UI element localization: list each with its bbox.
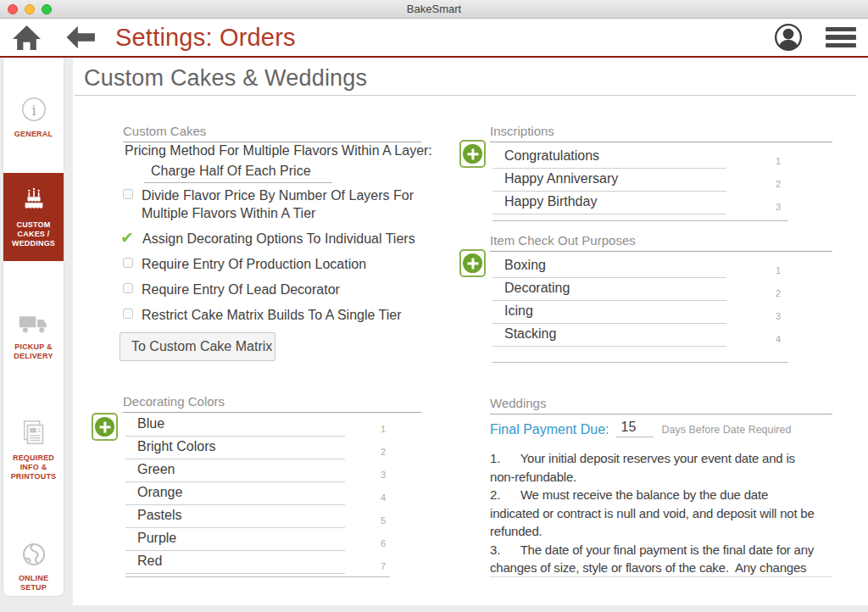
sidebar-item-pickup-delivery[interactable]: PICKUP & DELIVERY <box>3 305 64 370</box>
list-item-number: 2 <box>776 179 781 189</box>
list-end-divider <box>492 220 788 221</box>
app-header: Settings: Orders <box>0 19 868 58</box>
truck-icon <box>18 314 49 337</box>
back-button[interactable] <box>64 23 97 52</box>
wedding-terms-textarea[interactable]: 1. Your initial deposit reserves your ev… <box>490 449 866 577</box>
plus-icon <box>463 144 482 164</box>
sidebar-item-label: ONLINE SETUP <box>5 574 62 593</box>
list-item-text[interactable]: Red <box>137 554 162 569</box>
terms-line: refunded. <box>490 522 866 541</box>
list-item-text[interactable]: Happy Birthday <box>504 194 597 209</box>
list-item[interactable]: Icing3 <box>492 301 788 324</box>
sidebar-item-required-info-printouts[interactable]: REQUIRED INFO & PRINTOUTS <box>3 410 64 490</box>
sidebar-item-label: REQUIRED INFO & PRINTOUTS <box>5 453 62 481</box>
list-item-text[interactable]: Decorating <box>504 281 570 296</box>
profile-button[interactable] <box>773 22 804 53</box>
user-icon <box>773 22 804 53</box>
checkbox-unchecked[interactable] <box>123 258 133 268</box>
hamburger-bar <box>826 35 856 40</box>
list-item[interactable]: Pastels5 <box>125 505 390 528</box>
list-item-number: 1 <box>381 424 386 434</box>
add-decorating-color-button[interactable] <box>92 413 118 441</box>
list-item-text[interactable]: Orange <box>137 485 182 500</box>
option-label: Assign Decorating Options To Individual … <box>142 230 415 248</box>
list-item-text[interactable]: Purple <box>137 531 176 546</box>
terms-divider <box>490 576 832 577</box>
list-item-text[interactable]: Pastels <box>137 508 181 523</box>
list-item[interactable]: Purple6 <box>125 528 390 551</box>
list-item[interactable]: Boxing1 <box>492 255 788 278</box>
list-item-number: 7 <box>381 561 386 571</box>
final-payment-suffix: Days Before Date Required <box>662 424 792 437</box>
sidebar-item-custom-cakes-weddings[interactable]: CUSTOM CAKES / WEDDINGS <box>3 173 64 261</box>
app-window: BakeSmart Settings: Orders <box>0 0 868 612</box>
list-item-text[interactable]: Congratulations <box>504 148 599 164</box>
plus-icon <box>95 417 114 437</box>
sidebar-item-label: PICKUP & DELIVERY <box>5 342 62 361</box>
sidebar-item-general[interactable]: i GENERAL <box>3 86 64 147</box>
list-item[interactable]: Congratulations1 <box>492 146 788 169</box>
printouts-icon <box>19 419 48 448</box>
list-item-number: 4 <box>381 492 386 503</box>
item-check-out-section-header: Item Check Out Purposes <box>490 233 832 252</box>
list-item-number: 5 <box>381 515 386 526</box>
back-arrow-icon <box>65 25 96 49</box>
option-row[interactable]: Restrict Cake Matrix Builds To A Single … <box>123 306 415 324</box>
list-item[interactable]: Blue1 <box>125 414 390 437</box>
option-row-checked[interactable]: ✔Assign Decorating Options To Individual… <box>123 230 415 248</box>
svg-text:i: i <box>31 103 36 119</box>
content-area: i GENERAL CUSTOM CAKES / W <box>0 58 868 611</box>
list-item[interactable]: Happy Birthday3 <box>492 192 788 214</box>
list-item-number: 2 <box>381 447 386 457</box>
hamburger-menu-button[interactable] <box>826 27 856 48</box>
list-end-divider <box>125 576 390 577</box>
cake-icon <box>19 186 48 214</box>
list-item-number: 6 <box>381 538 386 548</box>
checkbox-unchecked[interactable] <box>123 189 133 199</box>
info-icon: i <box>19 95 48 124</box>
list-item[interactable]: Decorating2 <box>492 278 788 301</box>
add-check-out-purpose-button[interactable] <box>459 249 486 277</box>
sidebar-item-label: GENERAL <box>14 130 53 139</box>
option-row[interactable]: Require Entry Of Production Location <box>123 255 415 273</box>
sidebar-item-online-setup[interactable]: ONLINE SETUP <box>3 532 64 601</box>
final-payment-days-field[interactable]: 15 <box>616 420 654 437</box>
add-inscription-button[interactable] <box>459 140 486 168</box>
list-item[interactable]: Bright Colors2 <box>125 437 390 459</box>
list-item-number: 1 <box>776 265 781 275</box>
list-end-divider <box>492 362 788 363</box>
list-item[interactable]: Happy Anniversary2 <box>492 169 788 192</box>
checkbox-unchecked[interactable] <box>123 283 133 293</box>
option-row[interactable]: Require Entry Of Lead Decorator <box>123 281 415 298</box>
pricing-method-select[interactable]: Charge Half Of Each Price <box>144 163 332 183</box>
hamburger-bar <box>826 43 856 48</box>
list-item-number: 2 <box>776 288 781 298</box>
list-item-number: 3 <box>776 202 781 212</box>
custom-cakes-options: Divide Flavor Price By Number Of Layers … <box>123 186 415 324</box>
inscriptions-list: Congratulations1Happy Anniversary2Happy … <box>492 146 788 221</box>
option-label: Divide Flavor Price By Number Of Layers … <box>142 186 415 222</box>
weddings-section-header: Weddings <box>490 396 832 414</box>
checkbox-unchecked[interactable] <box>123 309 133 319</box>
list-item-text[interactable]: Green <box>137 462 175 477</box>
list-item-number: 4 <box>776 334 781 344</box>
home-button[interactable] <box>10 21 42 53</box>
option-label: Restrict Cake Matrix Builds To A Single … <box>142 306 402 324</box>
final-payment-row: Final Payment Due: 15 Days Before Date R… <box>490 420 791 437</box>
custom-cake-matrix-button[interactable]: To Custom Cake Matrix <box>120 332 275 361</box>
list-item-text[interactable]: Boxing <box>504 258 546 273</box>
list-item-text[interactable]: Blue <box>137 416 164 431</box>
globe-icon <box>20 541 47 568</box>
list-item-text[interactable]: Stacking <box>504 326 556 342</box>
option-row[interactable]: Divide Flavor Price By Number Of Layers … <box>123 186 415 222</box>
list-item[interactable]: Green3 <box>125 459 390 482</box>
list-item[interactable]: Red7 <box>125 551 390 574</box>
checkmark-icon[interactable]: ✔ <box>120 230 134 246</box>
list-item[interactable]: Orange4 <box>125 482 390 505</box>
pricing-method-label: Pricing Method For Multiple Flavors With… <box>125 143 432 159</box>
option-label: Require Entry Of Production Location <box>142 255 366 273</box>
list-item-text[interactable]: Icing <box>504 303 533 319</box>
list-item[interactable]: Stacking4 <box>492 324 788 347</box>
list-item-text[interactable]: Bright Colors <box>137 439 215 454</box>
list-item-text[interactable]: Happy Anniversary <box>504 171 618 186</box>
